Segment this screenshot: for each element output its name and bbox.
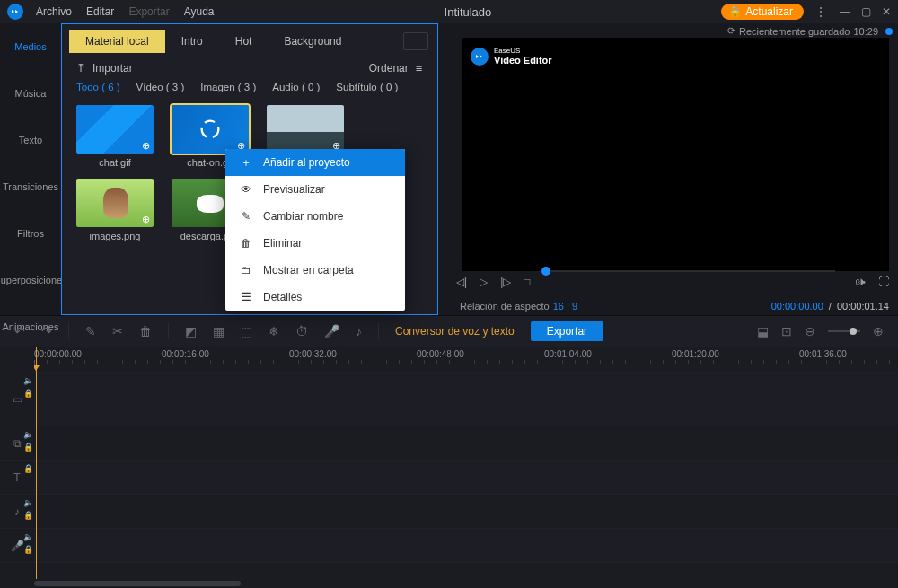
sidebar-item-transitions[interactable]: Transiciones [0, 163, 61, 210]
tab-intro[interactable]: Intro [165, 30, 219, 53]
sort-button[interactable]: Ordenar [369, 62, 409, 75]
next-frame-button[interactable]: |▷ [500, 276, 511, 288]
voice-text-converter[interactable]: Conversor de voz y texto [395, 325, 515, 338]
mute-icon[interactable]: 🔈 [23, 498, 33, 507]
tab-hot[interactable]: Hot [219, 30, 269, 53]
tab-local-material[interactable]: Material local [69, 30, 165, 53]
filter-image[interactable]: Imagen ( 3 ) [200, 82, 256, 92]
speed-button[interactable]: ⏱ [295, 324, 308, 338]
fit-button[interactable]: ⊡ [781, 324, 792, 338]
sidebar-item-text[interactable]: Texto [0, 117, 61, 163]
filter-all[interactable]: Todo ( 6 ) [76, 82, 120, 92]
minimize-button[interactable]: — [840, 5, 850, 18]
pip-track-icon: ⧉ [13, 437, 22, 450]
marker-button[interactable]: ⬓ [757, 324, 769, 338]
mask-button[interactable]: ⬚ [241, 324, 252, 338]
ctx-delete[interactable]: 🗑 Eliminar [225, 230, 405, 257]
lock-icon[interactable]: 🔒 [23, 545, 33, 554]
voiceover-icon[interactable]: 🎤 [324, 324, 339, 338]
track-head-pip[interactable]: ⧉ 🔈🔒 [0, 426, 34, 461]
filter-audio[interactable]: Audio ( 0 ) [272, 82, 320, 92]
play-button[interactable]: ▷ [480, 276, 488, 288]
mosaic-button[interactable]: ▦ [213, 324, 224, 338]
tab-background[interactable]: Background [268, 30, 357, 53]
menu-export: Exportar [128, 5, 169, 18]
cut-button[interactable]: ✂ [112, 324, 123, 338]
seek-bar[interactable] [546, 270, 835, 272]
stop-button[interactable]: □ [524, 276, 530, 288]
prev-frame-button[interactable]: ◁| [456, 276, 467, 288]
delete-button[interactable]: 🗑 [139, 324, 152, 338]
mute-icon[interactable]: 🔈 [23, 376, 33, 385]
ruler-label: 00:00:48.00 [417, 349, 464, 359]
media-item[interactable]: ⊕ chat.gif [76, 105, 154, 168]
time-separator: / [829, 301, 832, 312]
freeze-button[interactable]: ❄ [269, 324, 279, 338]
time-current: 00:00:00.00 [771, 301, 823, 312]
sidebar-item-filters[interactable]: Filtros [0, 210, 61, 257]
more-menu-icon[interactable]: ⋮ [814, 4, 829, 19]
crop-button[interactable]: ◩ [185, 324, 197, 338]
aspect-value[interactable]: 16 : 9 [553, 301, 578, 312]
lock-icon[interactable]: 🔒 [23, 511, 33, 520]
ctx-details[interactable]: ☰ Detalles [225, 284, 405, 311]
sidebar-item-music[interactable]: Música [0, 70, 61, 117]
timeline-track-video[interactable] [34, 373, 898, 426]
context-menu: ＋ Añadir al proyecto 👁 Previsualizar ✎ C… [225, 149, 405, 311]
track-head-video[interactable]: ▭ 🔈🔒 [0, 373, 34, 426]
sidebar-item-media[interactable]: Medios [0, 23, 61, 70]
ctx-add-to-project[interactable]: ＋ Añadir al proyecto [225, 149, 405, 176]
track-head-voice[interactable]: 🎤 🔈🔒 [0, 529, 34, 563]
media-search-input[interactable] [403, 32, 428, 50]
menu-file[interactable]: Archivo [36, 5, 72, 18]
redo-button[interactable]: ↷ [41, 324, 52, 338]
undo-button[interactable]: ↶ [14, 324, 25, 338]
aspect-label: Relación de aspecto [460, 301, 550, 312]
filter-video[interactable]: Vídeo ( 3 ) [136, 82, 185, 92]
mute-icon[interactable]: 🔈 [23, 532, 33, 541]
sidebar-item-overlays[interactable]: Superposiciones [0, 257, 61, 303]
playhead[interactable] [36, 347, 37, 579]
sort-icon[interactable]: ≡ [416, 62, 419, 75]
edit-tool-icon[interactable]: ✎ [85, 324, 96, 338]
ctx-preview[interactable]: 👁 Previsualizar [225, 176, 405, 203]
timeline: ▭ 🔈🔒 ⧉ 🔈🔒 T 🔒 ♪ 🔈🔒 🎤 🔈🔒 00:00:00.00 00:0… [0, 347, 898, 588]
media-item[interactable]: ⊕ images.png [76, 179, 154, 241]
audio-tool-icon[interactable]: ♪ [356, 324, 362, 338]
brand-logo-icon [471, 48, 489, 66]
lock-icon[interactable]: 🔒 [23, 389, 33, 398]
timeline-track-audio[interactable] [34, 495, 898, 529]
add-icon[interactable]: ⊕ [139, 213, 152, 225]
timeline-toolbar: ↶ ↷ ✎ ✂ 🗑 ◩ ▦ ⬚ ❄ ⏱ 🎤 ♪ Conversor de voz… [0, 315, 898, 347]
zoom-in-button[interactable]: ⊕ [873, 324, 884, 338]
zoom-out-button[interactable]: ⊖ [805, 324, 815, 338]
lock-icon[interactable]: 🔒 [23, 464, 33, 473]
export-button[interactable]: Exportar [531, 321, 603, 341]
maximize-button[interactable]: ▢ [861, 5, 871, 18]
close-button[interactable]: ✕ [882, 5, 891, 18]
update-button[interactable]: 🔒 Actualizar [721, 4, 804, 20]
timeline-track-voice[interactable] [34, 529, 898, 563]
timeline-ruler[interactable]: 00:00:00.00 00:00:16.00 00:00:32.00 00:0… [34, 347, 898, 373]
track-head-audio[interactable]: ♪ 🔈🔒 [0, 495, 34, 529]
menu-edit[interactable]: Editar [86, 5, 114, 18]
track-head-text[interactable]: T 🔒 [0, 461, 34, 495]
timeline-horizontal-scrollbar[interactable] [34, 581, 241, 586]
filter-subtitle[interactable]: Subtítulo ( 0 ) [336, 82, 398, 92]
volume-icon[interactable]: 🕪 [855, 276, 866, 288]
menu-help[interactable]: Ayuda [184, 5, 215, 18]
add-icon[interactable]: ⊕ [139, 139, 152, 152]
timeline-track-pip[interactable] [34, 426, 898, 461]
ctx-rename[interactable]: ✎ Cambiar nombre [225, 203, 405, 230]
import-button[interactable]: Importar [92, 62, 133, 75]
seek-handle[interactable] [541, 267, 550, 276]
fullscreen-button[interactable]: ⛶ [878, 276, 889, 288]
preview-viewport[interactable]: EaseUS Video Editor [462, 38, 889, 271]
zoom-slider[interactable] [828, 330, 860, 332]
ctx-reveal-folder[interactable]: 🗀 Mostrar en carpeta [225, 257, 405, 284]
lock-icon[interactable]: 🔒 [23, 443, 33, 452]
voice-track-icon: 🎤 [11, 540, 24, 552]
timeline-track-headers: ▭ 🔈🔒 ⧉ 🔈🔒 T 🔒 ♪ 🔈🔒 🎤 🔈🔒 [0, 347, 34, 588]
mute-icon[interactable]: 🔈 [23, 430, 33, 439]
timeline-track-text[interactable] [34, 461, 898, 495]
